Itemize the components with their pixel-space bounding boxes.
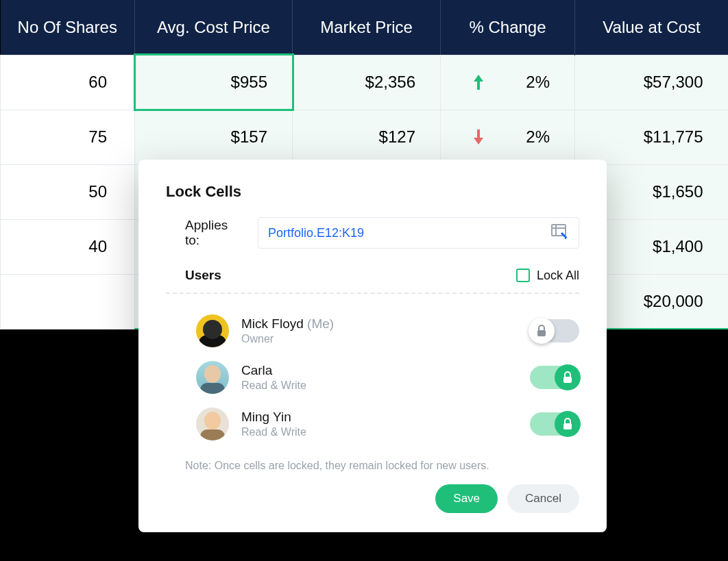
user-role: Read & Write <box>241 379 530 392</box>
user-role: Read & Write <box>241 426 530 438</box>
avatar <box>196 361 229 394</box>
lock-toggle[interactable] <box>530 319 579 342</box>
svg-rect-5 <box>563 423 572 429</box>
user-role: Owner <box>241 333 530 345</box>
user-name: Ming Yin <box>241 410 530 425</box>
user-row: Mick Floyd (Me) Owner <box>166 308 579 354</box>
svg-rect-3 <box>537 330 546 336</box>
cell-avg-cost[interactable]: $955 <box>135 55 293 110</box>
cell-shares[interactable]: 40 <box>1 219 135 274</box>
cell-market[interactable]: $127 <box>293 110 441 164</box>
change-value: 2% <box>526 73 550 92</box>
user-name: Mick Floyd (Me) <box>241 316 530 332</box>
cell-shares[interactable] <box>1 274 135 329</box>
cell-shares[interactable]: 75 <box>1 110 135 164</box>
dialog-note: Note: Once cells are locked, they remain… <box>166 460 579 472</box>
range-picker-icon[interactable] <box>551 224 569 242</box>
lock-icon <box>562 371 573 384</box>
cell-shares[interactable]: 60 <box>1 55 135 110</box>
range-text: Portfolio.E12:K19 <box>268 226 364 240</box>
checkbox-icon <box>516 269 530 282</box>
col-header-value[interactable]: Value at Cost <box>575 0 729 55</box>
lock-icon <box>562 418 573 430</box>
col-header-market[interactable]: Market Price <box>293 0 441 55</box>
dialog-title: Lock Cells <box>166 183 579 201</box>
table-header-row: No Of Shares Avg. Cost Price Market Pric… <box>1 0 729 55</box>
cell-value[interactable]: $57,300 <box>575 55 729 110</box>
applies-to-label: Applies to: <box>166 218 241 248</box>
user-name: Carla <box>241 363 530 378</box>
table-row: 75 $157 $127 2% $11,775 <box>1 110 729 164</box>
table-row: 60 $955 $2,356 2% $57,300 <box>1 55 729 110</box>
arrow-down-icon <box>472 128 485 146</box>
user-row: Ming Yin Read & Write <box>166 401 579 447</box>
cell-shares[interactable]: 50 <box>1 164 135 219</box>
cancel-button[interactable]: Cancel <box>507 484 579 513</box>
lock-icon <box>536 325 547 337</box>
avatar <box>196 314 229 347</box>
users-section-label: Users <box>166 268 221 283</box>
svg-rect-4 <box>563 377 572 383</box>
col-header-change[interactable]: % Change <box>441 0 575 55</box>
lock-toggle[interactable] <box>530 412 579 436</box>
col-header-cost[interactable]: Avg. Cost Price <box>135 0 293 55</box>
cell-change[interactable]: 2% <box>441 55 575 110</box>
lock-cells-dialog: Lock Cells Applies to: Portfolio.E12:K19… <box>138 160 607 532</box>
arrow-up-icon <box>472 73 485 91</box>
cell-market[interactable]: $2,356 <box>293 55 441 110</box>
range-input[interactable]: Portfolio.E12:K19 <box>258 217 579 249</box>
save-button[interactable]: Save <box>435 484 498 513</box>
avatar <box>196 408 229 440</box>
lock-all-label: Lock All <box>537 269 579 283</box>
change-value: 2% <box>526 127 550 147</box>
lock-all-checkbox[interactable]: Lock All <box>516 269 579 283</box>
cell-avg-cost[interactable]: $157 <box>135 110 293 164</box>
user-row: Carla Read & Write <box>166 354 579 401</box>
col-header-shares[interactable]: No Of Shares <box>1 0 135 55</box>
cell-change[interactable]: 2% <box>441 110 575 164</box>
lock-toggle[interactable] <box>530 366 579 389</box>
divider <box>166 292 579 294</box>
cell-value[interactable]: $11,775 <box>575 110 729 164</box>
